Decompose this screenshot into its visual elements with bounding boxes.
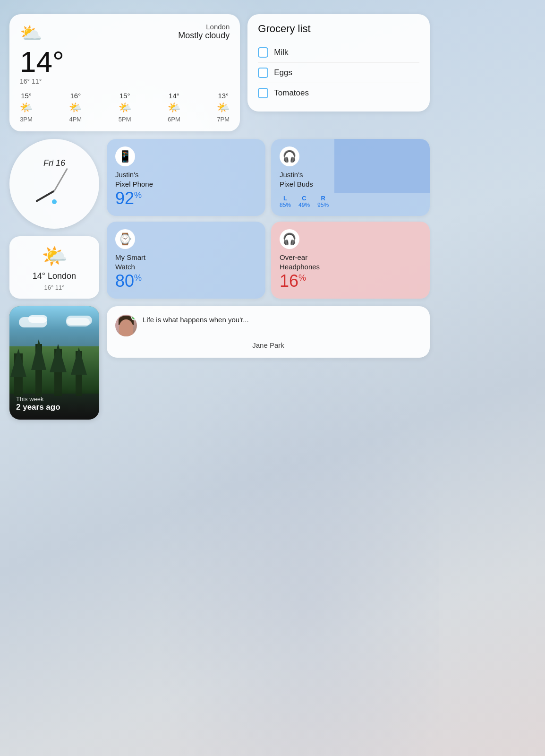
row2-left: Fri 16 🌤️ 14° London 16° 11° [9,139,99,299]
grocery-title: Grocery list [258,23,419,35]
headphones-device-icon: 🎧 [280,229,299,249]
battery-grid: 📱 Justin'sPixel Phone 92% 🎧 Justin'sPixe… [107,139,430,299]
phone-device-name: Justin'sPixel Phone [115,170,257,189]
photo-text-overlay: This week 2 years ago [9,389,99,420]
grocery-label-eggs: Eggs [274,68,292,77]
grocery-checkbox-tomatoes[interactable] [258,88,268,98]
cloud-4 [66,316,92,325]
buds-level-R: R 95% [317,195,329,208]
forecast-item-6pm: 14° 🌤️ 6PM [168,92,180,123]
grocery-item-milk[interactable]: Milk [258,43,419,62]
grocery-label-tomatoes: Tomatoes [274,88,309,98]
clock-face [31,172,78,210]
row-3: This week 2 years ago Life is what happe… [9,306,430,420]
row-2: Fri 16 🌤️ 14° London 16° 11° 📱 [9,139,430,299]
tree-top-2 [31,339,46,370]
small-weather-temp-city: 14° London [33,271,76,281]
watch-device-icon: ⌚ [115,229,135,249]
small-weather-widget[interactable]: 🌤️ 14° London 16° 11° [9,236,99,299]
forecast-item-5pm: 15° 🌤️ 5PM [119,92,131,123]
message-sender: Jane Park [115,341,421,349]
tree-top-3 [50,344,67,372]
avatar-face [119,319,133,336]
small-weather-hilo: 16° 11° [44,284,65,291]
grocery-checkbox-milk[interactable] [258,47,268,58]
buds-level-L: L 85% [280,195,291,208]
battery-card-phone[interactable]: 📱 Justin'sPixel Phone 92% [107,139,265,216]
weather-main-icon: ⛅ [20,23,42,43]
battery-card-buds[interactable]: 🎧 Justin'sPixel Buds L 85% C 49% R 95% [271,139,430,216]
grocery-widget[interactable]: Grocery list Milk Eggs Tomatoes [247,14,430,112]
buds-device-icon: 🎧 [280,146,299,166]
forecast-item-4pm: 16° 🌤️ 4PM [69,92,82,123]
message-widget[interactable]: Life is what happens when you'r... Jane … [107,306,430,358]
forecast-item-7pm: 13° 🌤️ 7PM [217,92,230,123]
weather-forecast: 15° 🌤️ 3PM 16° 🌤️ 4PM 15° 🌤️ 5PM 14° 🌤️ [20,92,230,123]
grocery-checkbox-eggs[interactable] [258,68,268,78]
cloud-2 [28,315,47,323]
weather-description: Mostly cloudy [178,31,230,41]
message-avatar [115,315,137,336]
tree-top-4 [71,347,87,375]
avatar-online-dot [131,315,137,320]
headphones-device-name: Over-earHeadphones [280,253,421,271]
message-text: Life is what happens when you'r... [143,315,249,325]
buds-level-C: C 49% [298,195,310,208]
weather-hi-lo: 16° 11° [20,77,230,85]
weather-widget[interactable]: ⛅ London Mostly cloudy 14° 16° 11° 15° 🌤… [9,14,240,131]
photo-this-week-label: This week [16,395,93,403]
buds-highlight [334,139,430,193]
message-content: Life is what happens when you'r... [115,315,421,336]
photo-memory-widget[interactable]: This week 2 years ago [9,306,99,420]
headphones-icon: 🎧 [282,232,297,246]
grocery-item-eggs[interactable]: Eggs [258,63,419,83]
forecast-item-3pm: 15° 🌤️ 3PM [20,92,33,123]
battery-card-watch[interactable]: ⌚ My SmartWatch 80% [107,222,265,299]
phone-icon: 📱 [118,150,132,163]
clock-widget[interactable]: Fri 16 [9,139,99,229]
grocery-item-tomatoes[interactable]: Tomatoes [258,83,419,103]
buds-icon: 🎧 [282,150,297,163]
photo-years-ago-label: 2 years ago [16,403,93,412]
weather-location: London Mostly cloudy [178,23,230,41]
clock-date: Fri 16 [43,158,65,168]
clock-minute-hand [54,168,68,191]
headphones-battery-percent: 16% [280,271,421,291]
watch-device-name: My SmartWatch [115,253,257,271]
battery-card-headphones[interactable]: 🎧 Over-earHeadphones 16% [271,222,430,299]
phone-device-icon: 📱 [115,146,135,166]
tree-top-1 [10,349,26,377]
weather-city: London [178,23,230,31]
weather-temp-current: 14° [20,47,230,77]
photo-clouds [9,313,99,337]
grocery-label-milk: Milk [274,48,288,57]
watch-battery-percent: 80% [115,271,257,291]
buds-levels: L 85% C 49% R 95% [280,195,421,208]
phone-battery-percent: 92% [115,189,257,208]
watch-icon: ⌚ [118,232,132,246]
small-weather-icon: 🌤️ [42,244,68,268]
photo-tree-silhouettes [9,344,99,396]
clock-second-dot [52,199,57,204]
row-1: ⛅ London Mostly cloudy 14° 16° 11° 15° 🌤… [9,14,430,131]
